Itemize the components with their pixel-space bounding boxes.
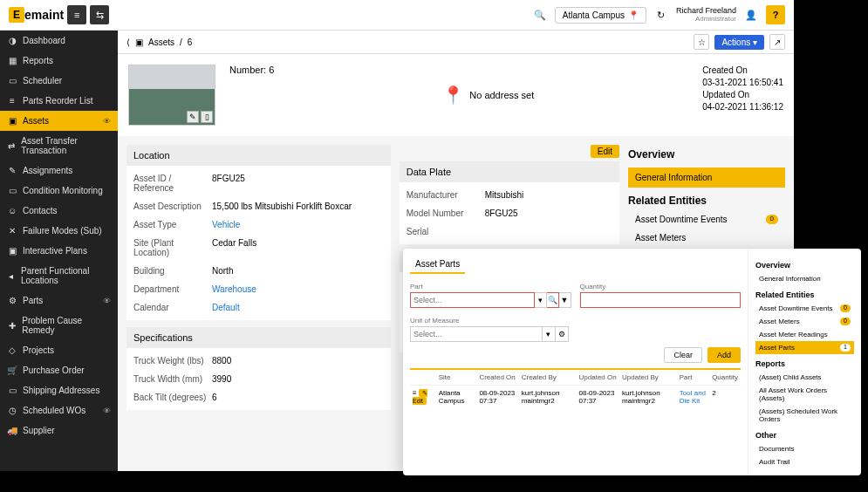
- actions-button[interactable]: Actions ▾: [714, 35, 764, 50]
- kv-row: Asset TypeVehicle: [133, 215, 384, 234]
- kv-value[interactable]: Warehouse: [212, 284, 384, 294]
- breadcrumb-id: 6: [188, 38, 193, 47]
- uom-gear-icon[interactable]: ⚙: [556, 326, 569, 342]
- ps-other-item[interactable]: Documents: [755, 442, 854, 455]
- sidebar-item-assignments[interactable]: ✎Assignments: [0, 161, 118, 181]
- ps-item[interactable]: Asset Meters0: [755, 315, 854, 328]
- sidebar-item-scheduled-wos[interactable]: ◷Scheduled WOs👁: [0, 400, 118, 420]
- ps-item[interactable]: Asset Parts1: [755, 341, 854, 354]
- table-header[interactable]: Part: [677, 369, 709, 386]
- asset-image[interactable]: ✎ ▯: [128, 65, 215, 126]
- menu-icon[interactable]: ≡: [67, 5, 86, 24]
- sidebar-item-asset-transfer-transaction[interactable]: ⇄Asset Transfer Transaction: [0, 131, 118, 161]
- quantity-input[interactable]: [580, 292, 742, 308]
- share-icon[interactable]: ⇆: [90, 5, 109, 24]
- general-info-link[interactable]: General Information: [628, 167, 785, 188]
- back-icon[interactable]: ⟨: [126, 38, 130, 47]
- location-header: Location: [126, 145, 391, 166]
- overview-title: Overview: [628, 145, 785, 164]
- table-header[interactable]: Created By: [519, 369, 577, 386]
- ps-general-info[interactable]: General Information: [755, 272, 854, 285]
- sidebar-item-parent-functional-locations[interactable]: ◂Parent Functional Locations: [0, 261, 118, 290]
- part-filter-icon[interactable]: ▼: [559, 292, 571, 308]
- sidebar-icon: ▭: [7, 186, 17, 195]
- table-header[interactable]: [410, 369, 436, 386]
- table-row[interactable]: ≡ ✎ Edit Atlanta Campus 08-09-2023 07:37…: [410, 386, 741, 409]
- part-select[interactable]: [410, 292, 535, 308]
- ps-report-item[interactable]: (Asset) Child Assets: [755, 371, 854, 384]
- external-icon[interactable]: ↗: [769, 34, 785, 50]
- sidebar-item-failure-modes-sub-[interactable]: ✕Failure Modes (Sub): [0, 221, 118, 241]
- ps-report-item[interactable]: All Asset Work Orders (Assets): [755, 384, 854, 405]
- user-block[interactable]: Richard Freeland Administrator: [676, 7, 736, 24]
- no-address-text: No address set: [469, 90, 534, 100]
- logo[interactable]: E emaint: [9, 7, 64, 23]
- kv-value: 8FGU25: [212, 174, 384, 193]
- sidebar-item-supplier[interactable]: 🚚Supplier: [0, 420, 118, 441]
- edit-button[interactable]: Edit: [591, 145, 619, 158]
- uom-select[interactable]: [410, 326, 543, 342]
- pin-icon: 📍: [628, 10, 639, 20]
- kv-key: Model Number: [407, 208, 485, 218]
- kv-value[interactable]: Vehicle: [212, 220, 384, 229]
- search-icon[interactable]: 🔍: [530, 5, 550, 24]
- kv-row: BuildingNorth: [133, 262, 384, 280]
- topbar: E emaint ≡ ⇆ 🔍 Atlanta Campus 📍 ↻ Richar…: [0, 0, 794, 31]
- breadcrumb-section[interactable]: Assets: [148, 38, 174, 47]
- ps-item[interactable]: Asset Downtime Events0: [755, 302, 854, 315]
- user-icon[interactable]: 👤: [742, 5, 761, 24]
- table-header[interactable]: Updated On: [577, 369, 620, 386]
- campus-selector[interactable]: Atlanta Campus 📍: [555, 7, 646, 24]
- sidebar-icon: ▣: [7, 116, 17, 126]
- sidebar-item-contacts[interactable]: ☺Contacts: [0, 201, 118, 221]
- part-dropdown-icon[interactable]: ▾: [535, 292, 547, 308]
- sidebar-label: Scheduler: [23, 76, 62, 85]
- help-button[interactable]: ?: [766, 5, 785, 24]
- user-role: Administrator: [676, 16, 736, 24]
- kv-key: Truck Weight (lbs): [133, 356, 212, 366]
- ps-other-item[interactable]: Audit Trail: [755, 455, 854, 468]
- sidebar-item-reports[interactable]: ▦Reports: [0, 51, 118, 71]
- related-entity-item[interactable]: Asset Meters: [628, 229, 785, 247]
- sidebar-label: Parts: [23, 296, 43, 305]
- related-entity-item[interactable]: Asset Downtime Events0: [628, 210, 785, 229]
- table-header[interactable]: Created On: [476, 369, 518, 386]
- sidebar-label: Supplier: [23, 426, 55, 435]
- kv-row: Model Number8FGU25: [407, 204, 612, 222]
- table-header[interactable]: Site: [436, 369, 477, 386]
- kv-row: ManufacturerMitsubishi: [407, 186, 612, 204]
- edit-image-icon[interactable]: ✎: [187, 111, 199, 123]
- ps-item[interactable]: Asset Meter Readings: [755, 328, 854, 341]
- kv-key: Calendar: [133, 303, 212, 312]
- kv-key: Asset Description: [133, 202, 212, 211]
- table-header[interactable]: Quantity: [709, 369, 741, 386]
- kv-key: Manufacturer: [407, 190, 485, 200]
- sidebar-item-shipping-addresses[interactable]: ▭Shipping Addresses: [0, 380, 118, 400]
- popup-tab-asset-parts[interactable]: Asset Parts: [410, 256, 465, 274]
- refresh-icon[interactable]: ↻: [652, 5, 671, 24]
- clear-button[interactable]: Clear: [664, 347, 702, 363]
- kv-value[interactable]: Default: [212, 303, 384, 312]
- drag-icon[interactable]: ≡: [413, 389, 417, 397]
- table-header[interactable]: Updated By: [619, 369, 677, 386]
- copy-image-icon[interactable]: ▯: [201, 111, 213, 123]
- part-search-icon[interactable]: 🔍: [547, 292, 559, 308]
- sidebar-item-parts[interactable]: ⚙Parts👁: [0, 290, 118, 311]
- sidebar-item-projects[interactable]: ◇Projects: [0, 340, 118, 360]
- sidebar-item-problem-cause-remedy[interactable]: ✚Problem Cause Remedy: [0, 311, 118, 340]
- star-icon[interactable]: ☆: [694, 34, 709, 50]
- sidebar-item-assets[interactable]: ▣Assets👁: [0, 111, 118, 131]
- sidebar-item-scheduler[interactable]: ▭Scheduler: [0, 71, 118, 91]
- sidebar-item-condition-monitoring[interactable]: ▭Condition Monitoring: [0, 181, 118, 201]
- sidebar-label: Asset Transfer Transaction: [21, 136, 111, 155]
- sidebar-item-dashboard[interactable]: ◑Dashboard: [0, 31, 118, 51]
- ps-report-item[interactable]: (Assets) Scheduled Work Orders: [755, 405, 854, 426]
- dataplate-header: Data Plate: [400, 161, 619, 182]
- add-button[interactable]: Add: [707, 347, 741, 363]
- sidebar-item-parts-reorder-list[interactable]: ≡Parts Reorder List: [0, 91, 118, 111]
- sidebar-item-interactive-plans[interactable]: ▣Interactive Plans: [0, 241, 118, 261]
- brand-text: emaint: [24, 8, 64, 22]
- uom-dropdown-icon[interactable]: ▾: [543, 326, 556, 342]
- sidebar-item-purchase-order[interactable]: 🛒Purchase Order: [0, 360, 118, 380]
- kv-value: [485, 227, 612, 236]
